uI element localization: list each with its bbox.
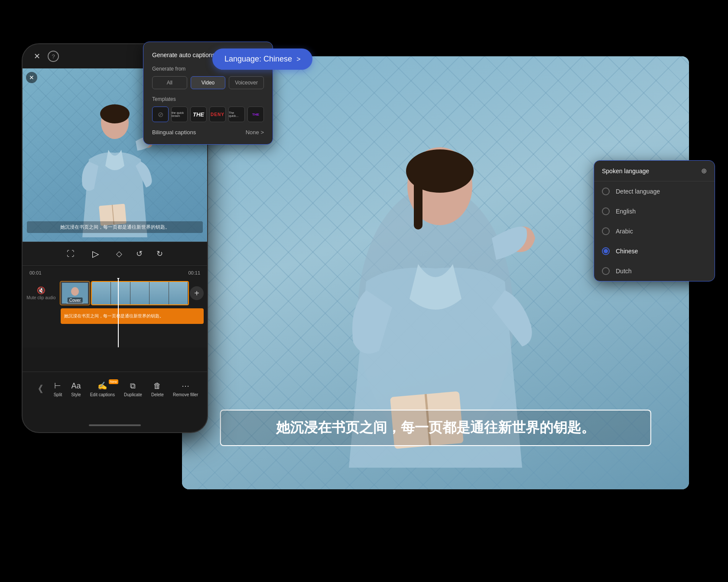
main-subtitle-bar: 她沉浸在书页之间，每一页都是通往新世界的钥匙。: [220, 410, 651, 446]
current-time: 00:01: [29, 270, 42, 275]
split-tool[interactable]: ⊢ Split: [52, 381, 64, 397]
phone-bottom-toolbar: 《 ⊢ Split Aa Style ✍ Edit captions New ⧉…: [23, 372, 207, 406]
main-subtitle-text: 她沉浸在书页之间，每一页都是通往新世界的钥匙。: [276, 420, 595, 435]
radio-detect: [602, 188, 610, 195]
style-label: Style: [71, 392, 81, 397]
clip-frame-2: [111, 282, 130, 304]
style-icon: Aa: [71, 382, 81, 391]
spoken-item-arabic-label: Arabic: [616, 228, 633, 235]
template-big-text-label: THE: [193, 111, 204, 118]
template-caption-label: The quick...: [229, 111, 244, 117]
spoken-item-chinese-label: Chinese: [616, 248, 638, 255]
radio-dutch: [602, 267, 610, 275]
spoken-language-item-arabic[interactable]: Arabic: [594, 221, 715, 241]
spoken-item-dutch-label: Dutch: [616, 268, 632, 275]
clip-frame-1: [92, 282, 111, 304]
new-badge: New: [109, 379, 118, 384]
remove-filler-tool[interactable]: ⋯ Remove filler: [171, 381, 200, 397]
style-tool[interactable]: Aa Style: [69, 382, 82, 397]
template-deny[interactable]: DENY: [209, 107, 226, 122]
bilingual-row: Bilingual captions None >: [152, 129, 264, 136]
template-deny-label: DENY: [211, 112, 224, 117]
generate-from-video-button[interactable]: Video: [191, 76, 226, 89]
spoken-language-title: Spoken language: [602, 168, 649, 175]
duplicate-label: Duplicate: [124, 392, 142, 397]
radio-english: [602, 207, 610, 215]
delete-tool[interactable]: 🗑 Delete: [150, 382, 166, 397]
bilingual-label: Bilingual captions: [152, 129, 196, 136]
play-button[interactable]: ▷: [88, 247, 102, 261]
phone-time-bar: 00:01 00:11: [23, 268, 207, 278]
mute-icon[interactable]: 🔇: [37, 286, 46, 294]
spoken-item-detect-label: Detect language: [616, 188, 660, 195]
svg-point-7: [100, 104, 130, 123]
back-button[interactable]: 《: [30, 383, 46, 396]
remove-filler-label: Remove filler: [173, 392, 198, 397]
clip-frame-4: [150, 282, 169, 304]
template-small-text[interactable]: the quick brown: [171, 107, 188, 122]
template-none[interactable]: ⊘: [152, 107, 169, 122]
video-clip-track: Cover +: [60, 281, 204, 305]
spoken-language-header: Spoken language ⊕: [594, 161, 715, 181]
caption-track-text: 她沉浸在书页之间，每一页都是通往新世界的钥匙。: [64, 313, 164, 319]
fullscreen-icon[interactable]: ⛶: [67, 249, 75, 259]
duplicate-icon: ⧉: [130, 382, 136, 391]
spoken-language-panel: Spoken language ⊕ Detect language Englis…: [594, 160, 715, 281]
phone-top-left: ✕ ?: [31, 51, 59, 62]
generate-from-voiceover-button[interactable]: Voiceover: [229, 76, 264, 89]
preview-subtitle: 她沉浸在书页之间，每一页都是通往新世界的钥匙。: [27, 221, 203, 233]
redo-button[interactable]: ↻: [156, 249, 163, 259]
preview-close-icon[interactable]: ✕: [26, 72, 37, 83]
clip-cover-label: Cover: [68, 297, 83, 303]
modal-title: Generate auto captions: [152, 52, 215, 58]
add-clip-button[interactable]: +: [190, 286, 204, 300]
radio-chinese-inner: [604, 249, 608, 253]
clip-cover-thumbnail[interactable]: Cover: [60, 281, 90, 305]
svg-point-11: [71, 287, 79, 296]
radio-arabic: [602, 227, 610, 235]
caption-track[interactable]: 她沉浸在书页之间，每一页都是通往新世界的钥匙。: [61, 308, 204, 324]
svg-rect-3: [414, 178, 422, 230]
diamond-icon[interactable]: ◇: [116, 249, 122, 259]
split-icon: ⊢: [54, 381, 61, 391]
template-highlight[interactable]: THE: [247, 107, 264, 122]
spoken-language-item-chinese[interactable]: Chinese: [594, 241, 715, 261]
remove-filler-icon: ⋯: [182, 381, 189, 391]
template-big-text[interactable]: THE: [190, 107, 207, 122]
spoken-language-item-detect[interactable]: Detect language: [594, 181, 715, 201]
language-selector-text: Language: Chinese: [224, 55, 292, 64]
clip-frame-3: [130, 282, 150, 304]
total-time: 00:11: [188, 270, 200, 275]
phone-close-button[interactable]: ✕: [31, 51, 42, 62]
template-small-text-label: the quick brown: [172, 111, 187, 117]
templates-label: Templates: [152, 96, 264, 102]
template-highlight-icon: THE: [252, 113, 259, 116]
template-none-icon: ⊘: [158, 110, 163, 119]
language-selector-button[interactable]: Language: Chinese >: [212, 48, 312, 70]
edit-captions-label: Edit captions: [90, 392, 115, 397]
phone-help-button[interactable]: ?: [48, 51, 59, 62]
template-caption[interactable]: The quick...: [228, 107, 245, 122]
home-indicator: [89, 424, 141, 426]
preview-subtitle-text: 她沉浸在书页之间，每一页都是通往新世界的钥匙。: [60, 224, 170, 230]
delete-icon: 🗑: [153, 382, 161, 391]
generate-from-all-button[interactable]: All: [152, 76, 187, 89]
phone-timeline-controls: ⛶ ▷ ◇ ↺ ↻: [23, 242, 207, 266]
split-label: Split: [54, 392, 62, 397]
generate-from-buttons: All Video Voiceover: [152, 76, 264, 89]
delete-label: Delete: [151, 392, 164, 397]
duplicate-tool[interactable]: ⧉ Duplicate: [122, 382, 144, 397]
undo-button[interactable]: ↺: [136, 249, 143, 259]
bilingual-value-button[interactable]: None >: [246, 129, 264, 136]
edit-captions-icon: ✍: [98, 381, 107, 391]
spoken-language-item-dutch[interactable]: Dutch: [594, 261, 715, 281]
templates-row: ⊘ the quick brown THE DENY The quick... …: [152, 107, 264, 122]
clip-frame-5: [169, 282, 188, 304]
clip-frames-track[interactable]: [91, 281, 189, 305]
spoken-language-item-english[interactable]: English: [594, 201, 715, 221]
track-audio-label: 🔇 Mute clip audio: [26, 286, 56, 300]
spoken-item-english-label: English: [616, 208, 636, 215]
spoken-language-close-button[interactable]: ⊕: [701, 167, 707, 175]
mute-audio-label: Mute clip audio: [26, 295, 55, 300]
radio-chinese: [602, 247, 610, 255]
